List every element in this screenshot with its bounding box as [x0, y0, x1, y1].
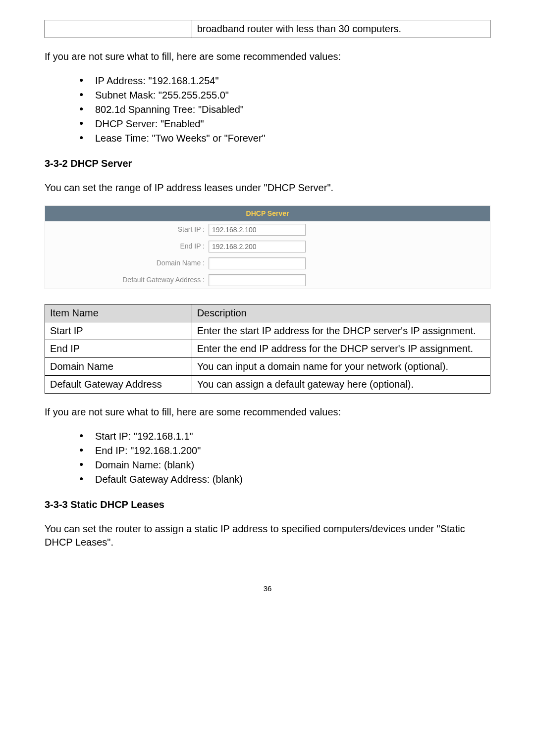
table-header-item-name: Item Name [45, 304, 192, 322]
dhcp-server-panel: DHCP Server Start IP : End IP : Domain N… [45, 205, 490, 289]
table-cell-desc: Enter the end IP address for the DHCP se… [192, 340, 490, 357]
table-cell-name: Start IP [45, 322, 192, 340]
dhcp-description-table: Item Name Description Start IP Enter the… [45, 304, 490, 394]
dhcp-row-end-ip: End IP : [45, 238, 490, 255]
dhcp-row-default-gateway: Default Gateway Address : [45, 272, 490, 289]
table-header-description: Description [192, 304, 490, 322]
dhcp-label: Default Gateway Address : [45, 275, 209, 285]
domain-name-input[interactable] [209, 257, 306, 269]
list-item: Subnet Mask: "255.255.255.0" [79, 89, 490, 102]
default-gateway-input[interactable] [209, 274, 306, 286]
dhcp-label: Start IP : [45, 225, 209, 234]
end-ip-input[interactable] [209, 241, 306, 252]
section-heading-dhcp-server: 3-3-2 DHCP Server [45, 157, 490, 170]
table-cell-name: Default Gateway Address [45, 375, 192, 393]
list-item: IP Address: "192.168.1.254" [79, 74, 490, 88]
list-item: Start IP: "192.168.1.1" [79, 430, 490, 443]
dhcp-label: End IP : [45, 242, 209, 251]
start-ip-input[interactable] [209, 224, 306, 236]
table-row: Domain Name You can input a domain name … [45, 357, 490, 375]
dhcp-label: Domain Name : [45, 258, 209, 268]
list-item: 802.1d Spanning Tree: "Disabled" [79, 103, 490, 116]
list-item: Default Gateway Address: (blank) [79, 473, 490, 486]
recommended-values-list-2: Start IP: "192.168.1.1" End IP: "192.168… [45, 430, 490, 486]
top-note-table: broadband router with less than 30 compu… [45, 20, 490, 38]
section-paragraph-1: You can set the range of IP address leas… [45, 181, 490, 195]
top-note-empty [45, 20, 192, 38]
list-item: DHCP Server: "Enabled" [79, 117, 490, 131]
recommended-values-list-1: IP Address: "192.168.1.254" Subnet Mask:… [45, 74, 490, 145]
table-cell-desc: You can input a domain name for your net… [192, 357, 490, 375]
intro-paragraph-1: If you are not sure what to fill, here a… [45, 50, 490, 63]
table-row: Start IP Enter the start IP address for … [45, 322, 490, 340]
list-item: End IP: "192.168.1.200" [79, 444, 490, 457]
list-item: Lease Time: "Two Weeks" or "Forever" [79, 132, 490, 145]
table-row: Default Gateway Address You can assign a… [45, 375, 490, 393]
dhcp-row-start-ip: Start IP : [45, 221, 490, 238]
section-heading-static-dhcp: 3-3-3 Static DHCP Leases [45, 498, 490, 511]
table-cell-desc: You can assign a default gateway here (o… [192, 375, 490, 393]
top-note-text: broadband router with less than 30 compu… [192, 20, 490, 38]
dhcp-row-domain-name: Domain Name : [45, 255, 490, 272]
list-item: Domain Name: (blank) [79, 458, 490, 472]
table-cell-desc: Enter the start IP address for the DHCP … [192, 322, 490, 340]
dhcp-panel-title: DHCP Server [45, 206, 490, 221]
table-cell-name: End IP [45, 340, 192, 357]
intro-paragraph-2: If you are not sure what to fill, here a… [45, 405, 490, 419]
section-paragraph-2: You can set the router to assign a stati… [45, 522, 490, 549]
table-row: End IP Enter the end IP address for the … [45, 340, 490, 357]
page-number: 36 [45, 584, 490, 594]
table-cell-name: Domain Name [45, 357, 192, 375]
